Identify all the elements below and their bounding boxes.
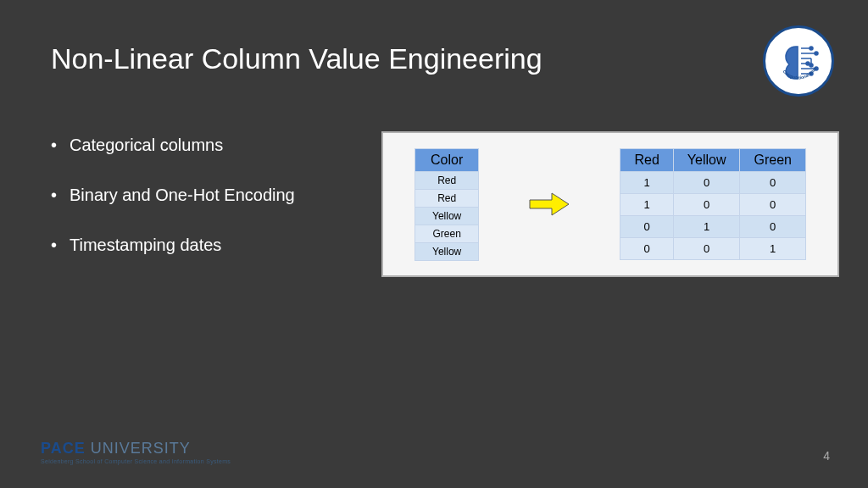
table-cell: Red xyxy=(415,171,479,189)
encoding-diagram: Color Red Red Yellow Green Yellow Red Ye… xyxy=(381,131,839,277)
table-header: Yellow xyxy=(673,149,740,172)
table-cell: 0 xyxy=(620,216,673,238)
table-header: Color xyxy=(415,148,479,171)
table-header: Red xyxy=(620,149,673,172)
table-cell: 0 xyxy=(673,238,740,260)
svg-point-1 xyxy=(810,47,813,50)
table-cell: 0 xyxy=(740,216,805,238)
table-cell: 1 xyxy=(620,194,673,216)
table-header: Green xyxy=(740,149,805,172)
table-cell: Yellow xyxy=(415,242,479,260)
encoded-table: Red Yellow Green 1 0 0 1 0 0 0 1 0 0 0 1 xyxy=(620,148,806,260)
table-cell: Yellow xyxy=(415,207,479,225)
bullet-item: Categorical columns xyxy=(51,136,295,155)
table-cell: Red xyxy=(415,189,479,207)
bullet-list: Categorical columns Binary and One-Hot E… xyxy=(51,136,295,286)
slide-title: Non-Linear Column Value Engineering xyxy=(51,42,542,75)
svg-point-3 xyxy=(815,52,818,55)
table-cell: 0 xyxy=(740,172,805,194)
source-table: Color Red Red Yellow Green Yellow xyxy=(415,148,479,261)
bullet-item: Timestamping dates xyxy=(51,236,295,255)
arrow-icon xyxy=(528,191,570,217)
page-number: 4 xyxy=(823,449,830,463)
table-cell: 1 xyxy=(620,172,673,194)
table-cell: 0 xyxy=(740,194,805,216)
bullet-item: Binary and One-Hot Encoding xyxy=(51,186,295,205)
brand-name-1: PACE xyxy=(41,440,86,457)
table-cell: 0 xyxy=(673,172,740,194)
table-cell: 1 xyxy=(740,238,805,260)
svg-point-8 xyxy=(806,62,810,65)
brand-tagline: Seidenberg School of Computer Science an… xyxy=(41,458,231,464)
table-cell: 1 xyxy=(673,216,740,238)
table-cell: 0 xyxy=(620,238,673,260)
university-logo: PACE UNIVERSITY Seidenberg School of Com… xyxy=(41,440,231,464)
table-cell: 0 xyxy=(673,194,740,216)
lab-logo: Computational Intelligence Lab xyxy=(763,25,834,97)
table-cell: Green xyxy=(415,225,479,242)
brand-name-2: UNIVERSITY xyxy=(86,440,191,457)
